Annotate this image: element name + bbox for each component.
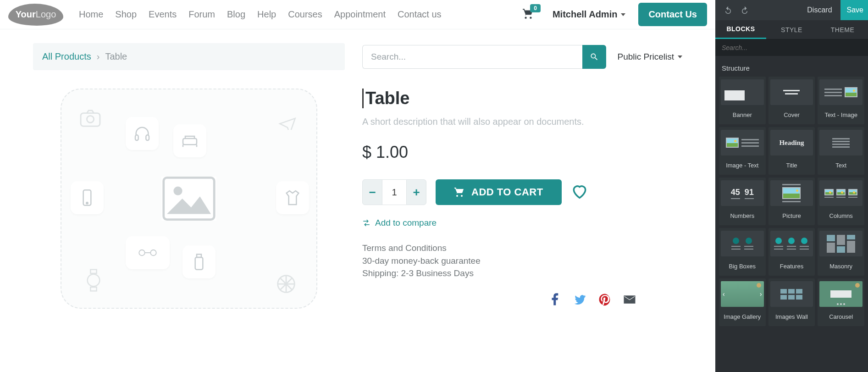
redo-button[interactable]	[737, 3, 752, 17]
breadcrumb-root[interactable]: All Products	[42, 51, 91, 62]
block-big-boxes[interactable]: Big Boxes	[719, 228, 766, 276]
svg-point-3	[87, 116, 94, 122]
svg-rect-13	[90, 270, 96, 273]
tab-theme[interactable]: THEME	[817, 20, 868, 39]
svg-rect-5	[146, 135, 149, 140]
envelope-icon	[623, 293, 636, 306]
svg-point-9	[139, 250, 145, 256]
share-pinterest[interactable]	[598, 293, 612, 308]
add-to-compare-link[interactable]: Add to compare	[362, 218, 664, 228]
block-label: Masonry	[829, 260, 852, 273]
block-label: Text - Image	[824, 109, 857, 122]
nav-forum[interactable]: Forum	[188, 9, 215, 20]
breadcrumb: All Products › Table	[33, 43, 345, 70]
block-title[interactable]: HeadingTitle	[768, 127, 815, 175]
heart-icon	[571, 183, 588, 200]
block-cover[interactable]: Cover	[768, 77, 815, 124]
compare-label: Add to compare	[375, 218, 437, 228]
plane-icon	[277, 111, 298, 132]
headphones-icon	[126, 117, 159, 150]
svg-point-8	[86, 202, 88, 204]
cart-button[interactable]: 0	[522, 8, 534, 22]
block-image-text[interactable]: Image - Text	[719, 127, 766, 175]
add-to-cart-label: ADD TO CART	[471, 186, 543, 198]
product-price: $ 1.00	[362, 143, 664, 162]
search-group	[362, 45, 606, 69]
blocks-search-input[interactable]	[715, 39, 868, 56]
product-details: Table A short description that will also…	[362, 89, 682, 309]
tab-blocks[interactable]: BLOCKS	[715, 20, 766, 39]
block-masonry[interactable]: Masonry	[818, 228, 864, 276]
share-email[interactable]	[623, 293, 636, 308]
save-button[interactable]: Save	[840, 0, 868, 20]
editor-panel: Discard Save BLOCKS STYLE THEME Structur…	[715, 0, 868, 372]
user-menu[interactable]: Mitchell Admin	[553, 9, 625, 20]
redo-icon	[741, 6, 749, 14]
discard-button[interactable]: Discard	[799, 0, 840, 20]
block-columns[interactable]: Columns	[818, 178, 864, 225]
block-label: Text	[835, 159, 846, 172]
glasses-icon	[126, 236, 170, 269]
nav-contact[interactable]: Contact us	[398, 9, 442, 20]
block-label: Image - Text	[726, 159, 758, 172]
svg-rect-4	[135, 135, 138, 140]
block-carousel[interactable]: Carousel	[818, 278, 864, 326]
contact-us-button[interactable]: Contact Us	[638, 3, 707, 26]
blocks-grid: Banner Cover Text - Image Image - Text H…	[715, 77, 868, 326]
cart-badge: 0	[530, 4, 541, 12]
search-input[interactable]	[362, 45, 582, 69]
block-numbers[interactable]: 4591Numbers	[719, 178, 766, 225]
block-label: Banner	[733, 109, 752, 122]
undo-icon	[724, 6, 732, 14]
qty-minus-button[interactable]: −	[362, 179, 382, 205]
undo-button[interactable]	[721, 3, 735, 17]
nav-blog[interactable]: Blog	[227, 9, 245, 20]
block-picture[interactable]: Picture	[768, 178, 815, 225]
block-features[interactable]: Features	[768, 228, 815, 276]
share-facebook[interactable]	[548, 293, 562, 308]
nav-home[interactable]: Home	[79, 9, 103, 20]
block-label: Big Boxes	[729, 260, 756, 273]
add-to-cart-button[interactable]: ADD TO CART	[436, 179, 562, 205]
block-label: Images Wall	[775, 311, 808, 323]
terms-line: Shipping: 2-3 Business Days	[362, 267, 664, 280]
block-image-gallery[interactable]: ‹›Image Gallery	[719, 278, 766, 326]
bed-icon	[173, 124, 206, 157]
product-description[interactable]: A short description that will also appea…	[362, 117, 664, 127]
phone-icon	[71, 181, 104, 214]
share-icons	[362, 293, 664, 308]
block-text-image[interactable]: Text - Image	[818, 77, 864, 124]
nav-events[interactable]: Events	[149, 9, 177, 20]
svg-rect-12	[195, 257, 203, 270]
search-button[interactable]	[582, 45, 606, 69]
editor-tabs: BLOCKS STYLE THEME	[715, 20, 868, 39]
terms-block: Terms and Conditions 30-day money-back g…	[362, 242, 664, 280]
block-text[interactable]: Text	[818, 127, 864, 175]
pricelist-dropdown[interactable]: Public Pricelist	[617, 52, 682, 62]
editor-topbar: Discard Save	[715, 0, 868, 20]
product-image-placeholder[interactable]	[61, 89, 317, 309]
share-twitter[interactable]	[573, 293, 587, 308]
top-navbar: YourLogo Home Shop Events Forum Blog Hel…	[0, 0, 715, 29]
user-name: Mitchell Admin	[553, 9, 617, 20]
svg-point-10	[150, 250, 156, 256]
nav-courses[interactable]: Courses	[288, 9, 322, 20]
block-label: Picture	[782, 210, 801, 222]
nav-shop[interactable]: Shop	[115, 9, 137, 20]
pinterest-icon	[598, 293, 612, 306]
breadcrumb-current: Table	[105, 51, 127, 62]
nav-help[interactable]: Help	[257, 9, 276, 20]
product-title[interactable]: Table	[362, 89, 664, 108]
qty-plus-button[interactable]: +	[406, 179, 426, 205]
wishlist-button[interactable]	[571, 183, 588, 202]
tab-style[interactable]: STYLE	[766, 20, 817, 39]
block-banner[interactable]: Banner	[719, 77, 766, 124]
site-logo[interactable]: YourLogo	[8, 4, 63, 26]
block-label: Columns	[829, 210, 853, 222]
cart-icon	[454, 187, 465, 198]
qty-input[interactable]	[382, 179, 406, 205]
nav-appointment[interactable]: Appointment	[334, 9, 386, 20]
caret-down-icon	[621, 13, 625, 16]
ball-icon	[276, 274, 296, 296]
block-images-wall[interactable]: Images Wall	[768, 278, 815, 326]
